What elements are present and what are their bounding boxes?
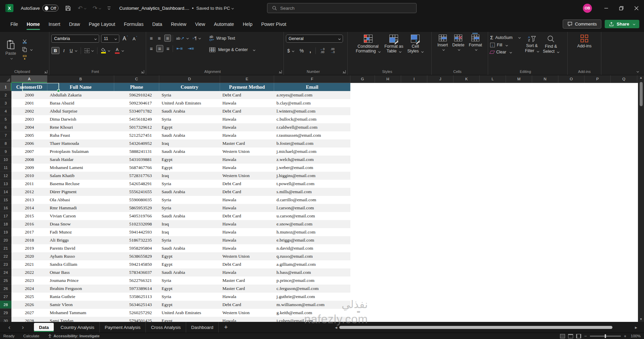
align-bottom-button[interactable]: ≡ [164,35,171,42]
cell-D26[interactable]: Egypt [159,285,220,293]
cell-D2[interactable]: Syria [159,91,220,99]
cell-C25[interactable]: 5622766321 [114,277,159,285]
share-button[interactable]: Share [605,20,639,28]
cell-D30[interactable]: Egypt [159,317,220,322]
cell-C21[interactable]: 5958295804 [114,244,159,252]
cell-D27[interactable]: Syria [159,293,220,301]
cell-E27[interactable]: Hawala [220,293,274,301]
column-header-C[interactable]: C [114,75,159,83]
cell-B4[interactable]: Abdul Surprise [47,107,114,115]
cell-D3[interactable]: United Arab Emirates [159,99,220,107]
cell-A2[interactable]: 2000 [11,91,47,99]
cell-B5[interactable]: Dima Darwish [47,115,114,123]
ribbon-tab-page-layout[interactable]: Page Layout [84,19,120,29]
cell-C8[interactable]: 5432640952 [114,139,159,147]
align-center-button[interactable]: ≡ [156,45,163,52]
sheet-tab-cross-analysis[interactable]: Cross Analysis [146,322,186,333]
cell-C14[interactable]: 5556241655 [114,188,159,196]
cell-E19[interactable]: Hawala [220,228,274,236]
column-header-E[interactable]: E [220,75,274,83]
spreadsheet-grid[interactable]: 1234567891011121314151617181920212223242… [0,83,638,322]
cell-D12[interactable]: Iraq [159,172,220,180]
ribbon-tab-power-pivot[interactable]: Power Pivot [257,19,291,29]
cell-F1[interactable]: Email [274,83,350,91]
row-header-13[interactable]: 13 [0,180,11,188]
currency-button[interactable]: $ [286,47,295,54]
cell-D28[interactable]: Egypt [159,301,220,309]
cell-E11[interactable]: Hawala [220,164,274,172]
text-direction-button[interactable]: ›¶ [191,35,202,41]
cell-E9[interactable]: Western Union [220,147,274,156]
decrease-indent-button[interactable]: ⇤≡ [175,46,184,51]
search-input[interactable]: Search [267,3,417,13]
font-name-select[interactable]: Cambria [51,35,99,43]
row-header-19[interactable]: 19 [0,228,11,236]
column-header-O[interactable]: O [558,75,585,83]
column-header-H[interactable]: H [375,75,401,83]
restore-button[interactable] [614,0,629,16]
cell-C6[interactable]: 5017329612 [114,123,159,131]
cell-E21[interactable]: Hawala [220,244,274,252]
row-header-12[interactable]: 12 [0,172,11,180]
cell-E6[interactable]: Hawala [220,123,274,131]
clipboard-dialog-launcher[interactable] [44,70,47,73]
cell-D24[interactable]: Saudi Arabia [159,268,220,277]
zoom-out-button[interactable]: − [584,333,587,339]
cell-D18[interactable]: Iraq [159,220,220,228]
row-header-4[interactable]: 4 [0,107,11,115]
cell-A18[interactable]: 2016 [11,220,47,228]
row-header-21[interactable]: 21 [0,244,11,252]
column-header-Q[interactable]: Q [611,75,637,83]
cell-B6[interactable]: Rene Khouri [47,123,114,131]
row-header-30[interactable]: 30 [0,317,11,322]
cell-A14[interactable]: 2012 [11,188,47,196]
row-header-10[interactable]: 10 [0,156,11,164]
cell-C19[interactable]: 5941442593 [114,228,159,236]
comma-button[interactable]: , [308,47,312,55]
row-header-22[interactable]: 22 [0,252,11,260]
cell-D4[interactable]: Saudi Arabia [159,107,220,115]
cell-E10[interactable]: Hawala [220,156,274,164]
cell-B1[interactable]: Full Name [47,83,114,91]
cell-E4[interactable]: Debt Card [220,107,274,115]
row-header-2[interactable]: 2 [0,91,11,99]
cell-B26[interactable]: Ibrahim Ferguson [47,285,114,293]
customize-quick-access-button[interactable] [108,7,111,9]
close-button[interactable] [629,0,644,16]
new-sheet-button[interactable]: + [224,324,228,331]
cell-E25[interactable]: Master Card [220,277,274,285]
cell-B18[interactable]: Doaa Snow [47,220,114,228]
ribbon-tab-formulas[interactable]: Formulas [120,19,148,29]
autosum-button[interactable]: ΣAutoSum [490,35,520,40]
cell-B10[interactable]: Sarah Haidar [47,156,114,164]
cell-A8[interactable]: 2006 [11,139,47,147]
column-header-J[interactable]: J [427,75,454,83]
collapse-ribbon-button[interactable] [637,70,639,73]
cell-F30[interactable]: j.cohen@email.com [274,317,350,322]
cell-E13[interactable]: Debt Card [220,180,274,188]
cell-B27[interactable]: Rania Guthrie [47,293,114,301]
sheet-tab-country-analysis[interactable]: Country Analysis [55,322,100,333]
align-right-button[interactable]: ≡ [165,45,171,52]
cell-F5[interactable]: c.bullock@email.com [274,115,350,123]
cell-C22[interactable]: 5638655829 [114,252,159,260]
cell-C9[interactable]: 5888241131 [114,147,159,156]
cell-C23[interactable]: 5942145850 [114,260,159,268]
cell-B14[interactable]: Dürer Pigment [47,188,114,196]
ribbon-tab-home[interactable]: Home [23,19,44,29]
cell-E7[interactable]: Hawala [220,131,274,139]
increase-decimal-button[interactable]: ←0.00 [319,48,326,54]
page-break-view-icon[interactable] [576,334,581,338]
cell-B28[interactable]: Samir Vleon [47,301,114,309]
cell-D7[interactable]: Saudi Arabia [159,131,220,139]
cell-E23[interactable]: Debt Card [220,260,274,268]
column-header-D[interactable]: D [159,75,220,83]
cell-A11[interactable]: 2009 [11,164,47,172]
cell-C27[interactable]: 5358625113 [114,293,159,301]
cell-F20[interactable]: e.briggs@email.com [274,236,350,244]
cell-B15[interactable]: Ola Abbasi [47,196,114,204]
column-header-N[interactable]: N [532,75,558,83]
cell-D19[interactable]: Iraq [159,228,220,236]
cell-F24[interactable]: h.bass@email.com [274,268,350,277]
cell-B22[interactable]: Ayham Russo [47,252,114,260]
